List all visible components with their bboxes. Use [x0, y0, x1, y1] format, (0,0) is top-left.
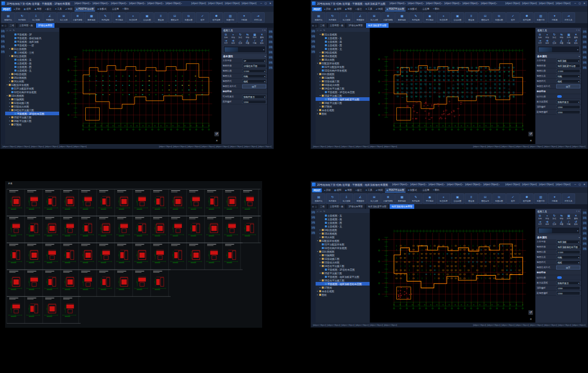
app-tab[interactable]: ◌云应用	[419, 7, 431, 11]
edge-tool-icon[interactable]: [object Object]	[583, 216, 586, 220]
tree-expand-icon[interactable]: ▸	[319, 80, 321, 82]
tool-button[interactable]: ↻旋转	[551, 33, 558, 39]
tree-item[interactable]: ▸01轴网图	[316, 253, 370, 257]
tree-item[interactable]: ▸02基础施工图	[316, 79, 370, 83]
status-icon[interactable]: [object Object]	[558, 324, 572, 326]
ribbon-button[interactable]: ◉平法预览	[423, 193, 436, 204]
property-value[interactable]: 地库顶板墙柱布置图	[556, 245, 580, 249]
tree-item[interactable]: ▸06大样图	[5, 79, 59, 83]
tree-expand-icon[interactable]: ▾	[319, 279, 321, 281]
tree-expand-icon[interactable]: ▾	[319, 95, 321, 97]
tool-button[interactable]: ▦阵列	[565, 214, 572, 220]
undo-view-button[interactable]: ↺	[528, 132, 533, 136]
pdst-badge[interactable]: PDST	[312, 7, 322, 11]
property-value[interactable]: 线框	[556, 79, 580, 83]
titlebar-menu-item[interactable]: [object Object]▾	[465, 183, 482, 186]
edge-tool-icon[interactable]: [object Object]	[583, 40, 586, 44]
panel-close-icon[interactable]: ✕	[578, 210, 580, 212]
tool-button[interactable]: ⇉偏移	[544, 39, 550, 45]
property-row[interactable]: 视图样式线框	[222, 79, 267, 84]
ribbon-button[interactable]: ✱校审设置	[520, 193, 534, 204]
tree-item[interactable]: ▾04墙柱平法施工图	[316, 264, 370, 268]
ribbon-button[interactable]: ⌖标注处理	[126, 12, 140, 23]
tree-item[interactable]: ▸04剖面视图	[316, 50, 370, 54]
app-tab[interactable]: ▦模型	[333, 7, 343, 11]
ribbon-button[interactable]: ⊞导入大样	[368, 193, 381, 204]
app-tab[interactable]: ◉视图	[343, 7, 354, 11]
tree-expand-icon[interactable]: ▾	[9, 48, 11, 50]
property-value[interactable]: 1:100	[556, 69, 580, 73]
status-icon[interactable]: [object Object]	[173, 145, 187, 148]
tool-button[interactable]: ⧉复制	[537, 214, 543, 220]
tool-button[interactable]: ↔拉伸	[551, 220, 558, 226]
property-value[interactable]: 1200	[242, 100, 266, 104]
tree-item[interactable]: ▾06墙柱平法施工图	[316, 278, 370, 282]
ribbon-button[interactable]: ✓校审	[506, 193, 520, 204]
close-view-button[interactable]: ✕	[216, 139, 218, 142]
tree-item[interactable]: ▾02配筋审查视图	[316, 239, 370, 242]
app-tab[interactable]: ▸开始	[323, 7, 332, 11]
titlebar-right-item[interactable]: [object Object]	[522, 2, 537, 5]
menu-icon[interactable]: ≡	[262, 29, 263, 31]
tool-button[interactable]: ✕删除	[573, 33, 579, 39]
tree-item[interactable]: 立面视图 - 北	[316, 224, 370, 228]
tool-button[interactable]: ✕删除	[259, 33, 265, 39]
ribbon-button[interactable]: ⧉批量出图	[492, 12, 506, 23]
tree-item[interactable]: ▸04剖面视图	[316, 228, 370, 232]
drawing-canvas[interactable]: ↺ ✕	[370, 28, 535, 144]
tree-item[interactable]: ▸01轴网图	[5, 97, 59, 101]
status-icon[interactable]: [object Object]	[530, 324, 543, 326]
status-icon[interactable]: [object Object]	[572, 145, 585, 148]
tree-item[interactable]: ▸06板平法施工图	[5, 119, 59, 122]
tree-item[interactable]: ▾01立面视图	[5, 47, 59, 50]
status-icon[interactable]: [object Object]	[502, 324, 515, 326]
tool-button[interactable]: +移动	[544, 214, 550, 220]
edge-tool-icon[interactable]: [object Object]	[583, 56, 586, 59]
property-row[interactable]: 视图比例1:100	[536, 68, 581, 74]
tree-item[interactable]: 平面视图 - 地库顶板梁平法图	[316, 275, 370, 278]
tree-expand-icon[interactable]: ▸	[9, 77, 11, 79]
drawing-canvas[interactable]: ↺ ✕	[370, 209, 535, 323]
titlebar-menu-item[interactable]: [object Object]▾	[390, 2, 406, 5]
type-preview-dropdown[interactable]: ▾	[537, 227, 580, 234]
property-row[interactable]: 视图名称1F墙柱布置图	[222, 63, 267, 68]
ribbon-button[interactable]: ✱校审设置	[520, 12, 534, 23]
tool-button[interactable]: /打断	[565, 220, 572, 226]
ribbon-button[interactable]: ∠测量数据	[354, 193, 367, 204]
edge-tool-icon[interactable]: [object Object]	[583, 45, 586, 49]
edge-tool-icon[interactable]: [object Object]	[583, 66, 586, 69]
app-tab[interactable]: ▸开始	[323, 188, 332, 192]
tree-item[interactable]: ▸07图框	[316, 104, 370, 108]
status-icon[interactable]: [object Object]	[487, 145, 501, 148]
tree-item[interactable]: 三维视图 - 三维	[5, 50, 59, 54]
titlebar-menu-item[interactable]: [object Object]▾	[447, 183, 463, 186]
tool-button[interactable]: ▦阵列	[565, 33, 572, 39]
property-row[interactable]: 顶部偏移1200	[536, 104, 581, 110]
ribbon-button[interactable]: ⊟图框目录	[479, 12, 492, 23]
status-icon[interactable]: [object Object]	[356, 324, 369, 326]
ribbon-button[interactable]: ⊟图框目录	[479, 193, 492, 204]
titlebar-right-item[interactable]: [object Object]	[191, 2, 206, 5]
close-view-button[interactable]: ✕	[530, 139, 532, 142]
status-icon[interactable]: [object Object]	[327, 145, 341, 148]
tree-expand-icon[interactable]: ▾	[6, 84, 8, 86]
tree-item[interactable]: ▸05详图视图	[316, 232, 370, 235]
property-value[interactable]: 按构件显示	[556, 281, 580, 285]
status-icon[interactable]: [object Object]	[572, 324, 585, 326]
app-tab[interactable]: ▣PDST平法出图	[385, 7, 406, 11]
tree-expand-icon[interactable]: ▸	[319, 254, 321, 256]
minimize-button[interactable]: ─	[259, 2, 263, 5]
search-icon[interactable]: ⌕	[7, 29, 8, 31]
tree-expand-icon[interactable]: ▸	[319, 59, 321, 61]
ribbon-button[interactable]: ⌖标注处理	[437, 193, 450, 204]
tree-item[interactable]: ▾04墙柱平法施工图	[5, 108, 59, 112]
titlebar-right-item[interactable]: [object Object]	[505, 2, 520, 5]
refresh-icon[interactable]: ↻	[323, 29, 325, 31]
ribbon-button[interactable]: ▤模型对比	[312, 193, 325, 204]
ribbon-button[interactable]: ◉平法预览	[423, 12, 436, 23]
property-value[interactable]: 1200	[556, 110, 580, 114]
tree-item[interactable]: 平面视图 - 一层	[5, 43, 59, 47]
status-icon[interactable]: [object Object]	[370, 324, 383, 326]
tree-item[interactable]: 立面视图 - 北	[316, 47, 370, 50]
menu-icon[interactable]: ≡	[576, 29, 577, 31]
